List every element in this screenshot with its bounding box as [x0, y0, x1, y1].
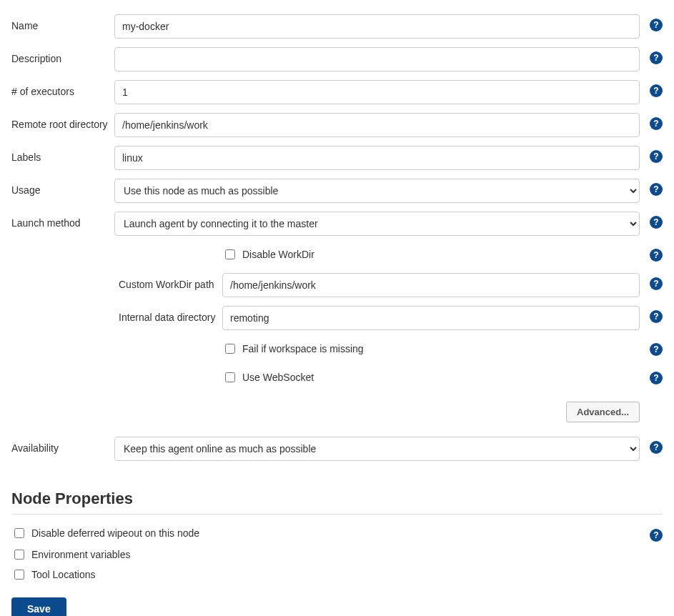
- label-launch-method: Launch method: [11, 212, 114, 229]
- row-internal-data-dir: Internal data directory ?: [11, 306, 663, 330]
- node-prop-row: Tool Locations: [11, 567, 663, 582]
- row-name: Name ?: [11, 14, 663, 39]
- row-advanced: Advanced...: [11, 396, 663, 428]
- input-internal-data-dir[interactable]: [222, 306, 640, 330]
- row-fail-if-missing: Fail if workspace is missing ?: [11, 339, 663, 359]
- row-executors: # of executors ?: [11, 80, 663, 104]
- label-disable-deferred-wipeout: Disable deferred wipeout on this node: [31, 527, 640, 539]
- row-custom-workdir: Custom WorkDir path ?: [11, 273, 663, 297]
- help-icon[interactable]: ?: [650, 183, 663, 196]
- label-use-websocket: Use WebSocket: [242, 372, 314, 383]
- select-usage[interactable]: Use this node as much as possible: [114, 179, 640, 203]
- help-icon[interactable]: ?: [650, 343, 663, 356]
- row-launch-method: Launch method Launch agent by connecting…: [11, 212, 663, 236]
- row-description: Description ?: [11, 47, 663, 71]
- save-button[interactable]: Save: [11, 597, 66, 616]
- label-custom-workdir: Custom WorkDir path: [11, 273, 222, 290]
- label-name: Name: [11, 14, 114, 31]
- help-icon[interactable]: ?: [650, 372, 663, 384]
- row-remote-root: Remote root directory ?: [11, 113, 663, 137]
- checkbox-environment-variables[interactable]: [14, 550, 24, 560]
- input-description[interactable]: [114, 47, 640, 71]
- help-icon[interactable]: ?: [650, 277, 663, 290]
- checkbox-tool-locations[interactable]: [14, 570, 24, 580]
- node-prop-row: Disable deferred wipeout on this node ?: [11, 525, 663, 542]
- row-usage: Usage Use this node as much as possible …: [11, 179, 663, 203]
- input-labels[interactable]: [114, 146, 640, 170]
- row-availability: Availability Keep this agent online as m…: [11, 437, 663, 461]
- node-prop-row: Environment variables: [11, 547, 663, 562]
- label-environment-variables: Environment variables: [31, 549, 663, 560]
- advanced-button[interactable]: Advanced...: [566, 402, 640, 422]
- input-remote-root[interactable]: [114, 113, 640, 137]
- node-properties-heading: Node Properties: [11, 490, 663, 508]
- label-description: Description: [11, 47, 114, 64]
- section-divider: [11, 514, 663, 515]
- label-usage: Usage: [11, 179, 114, 196]
- checkbox-use-websocket[interactable]: [225, 372, 235, 382]
- label-internal-data-dir: Internal data directory: [11, 306, 222, 323]
- label-disable-workdir: Disable WorkDir: [242, 249, 314, 260]
- help-icon[interactable]: ?: [650, 216, 663, 229]
- row-disable-workdir: Disable WorkDir ?: [11, 244, 663, 264]
- label-labels: Labels: [11, 146, 114, 163]
- input-name[interactable]: [114, 14, 640, 39]
- select-availability[interactable]: Keep this agent online as much as possib…: [114, 437, 640, 461]
- label-remote-root: Remote root directory: [11, 113, 114, 130]
- checkbox-fail-if-missing[interactable]: [225, 344, 235, 354]
- help-icon[interactable]: ?: [650, 117, 663, 130]
- input-executors[interactable]: [114, 80, 640, 104]
- label-executors: # of executors: [11, 80, 114, 97]
- help-icon[interactable]: ?: [650, 310, 663, 323]
- help-icon[interactable]: ?: [650, 529, 663, 542]
- row-use-websocket: Use WebSocket ?: [11, 367, 663, 387]
- input-custom-workdir[interactable]: [222, 273, 640, 297]
- label-tool-locations: Tool Locations: [31, 569, 663, 580]
- help-icon[interactable]: ?: [650, 19, 663, 31]
- help-icon[interactable]: ?: [650, 249, 663, 262]
- label-fail-if-missing: Fail if workspace is missing: [242, 343, 364, 354]
- checkbox-disable-workdir[interactable]: [225, 249, 235, 259]
- select-launch-method[interactable]: Launch agent by connecting it to the mas…: [114, 212, 640, 236]
- help-icon[interactable]: ?: [650, 441, 663, 454]
- help-icon[interactable]: ?: [650, 150, 663, 163]
- help-icon[interactable]: ?: [650, 84, 663, 97]
- row-labels: Labels ?: [11, 146, 663, 170]
- help-icon[interactable]: ?: [650, 51, 663, 64]
- label-availability: Availability: [11, 437, 114, 454]
- checkbox-disable-deferred-wipeout[interactable]: [14, 528, 24, 538]
